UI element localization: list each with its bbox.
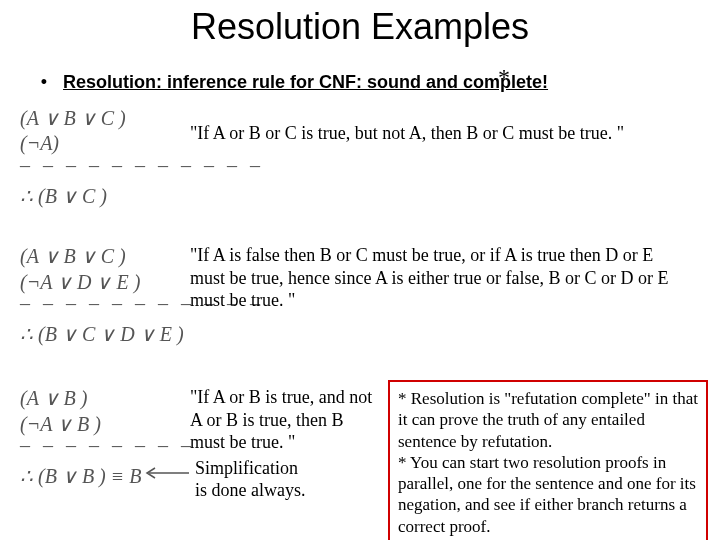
deriv3-conclusion: ∴ (B ∨ B ) ≡ B	[20, 464, 141, 488]
deriv1-conclusion: ∴ (B ∨ C )	[20, 184, 107, 208]
deriv3-premise1: (A ∨ B )	[20, 386, 87, 410]
deriv1-divider: – – – – – – – – – – –	[20, 154, 264, 177]
bullet-line: • Resolution: inference rule for CNF: so…	[30, 72, 548, 93]
deriv2-conclusion: ∴ (B ∨ C ∨ D ∨ E )	[20, 322, 184, 346]
bullet-text: Resolution: inference rule for CNF: soun…	[63, 72, 548, 92]
deriv1-premise2: (¬A)	[20, 132, 59, 155]
deriv2-premise2: (¬A ∨ D ∨ E )	[20, 270, 140, 294]
footnote-line2: * You can start two resolution proofs in…	[398, 452, 698, 537]
quote2: "If A is false then B or C must be true,…	[190, 244, 670, 312]
quote1: "If A or B or C is true, but not A, then…	[190, 122, 700, 145]
arrow-icon	[143, 466, 191, 480]
deriv1-premise1: (A ∨ B ∨ C )	[20, 106, 126, 130]
deriv2-premise1: (A ∨ B ∨ C )	[20, 244, 126, 268]
footnote-line1: * Resolution is "refutation complete" in…	[398, 388, 698, 452]
quote3: "If A or B is true, and not A or B is tr…	[190, 386, 380, 454]
deriv3-premise2: (¬A ∨ B )	[20, 412, 101, 436]
asterisk-after-bullet: *	[498, 64, 510, 91]
bullet-dot: •	[30, 72, 58, 93]
slide-title: Resolution Examples	[0, 6, 720, 48]
deriv3-divider: – – – – – – – –	[20, 434, 195, 457]
footnote-box: * Resolution is "refutation complete" in…	[388, 380, 708, 540]
slide: Resolution Examples • Resolution: infere…	[0, 6, 720, 540]
simplification-note: Simplification is done always.	[195, 458, 355, 501]
